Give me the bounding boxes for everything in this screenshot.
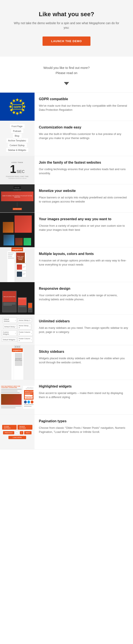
menu-item-podcast: Podcast › xyxy=(11,129,23,134)
speed-title: Join the family of the fastest websites xyxy=(39,160,129,165)
layouts-description: A massive set of design options provides… xyxy=(39,258,129,267)
menu-item-front-page: Front Page › xyxy=(10,124,25,129)
find-more-text: Would you like to find out more? Please … xyxy=(4,65,129,76)
feature-layouts: megaphone Start your podcast today! xyxy=(0,248,133,282)
speed-description: Our coding technology ensures that your … xyxy=(39,167,129,176)
pagination-description: Choose from classic "Older Posts / Newer… xyxy=(39,426,129,434)
page-num-2[interactable]: 2 xyxy=(20,431,23,434)
pingdom-label: PINGDOM PAGE LOAD TIME xyxy=(6,176,29,177)
pagination-title: Pagination types xyxy=(39,419,129,424)
sidebars-title: Unlimited sidebars xyxy=(39,319,129,324)
customization-description: We use the built-in WordPress customizer… xyxy=(39,132,129,140)
mobile-device xyxy=(28,303,32,312)
launch-demo-button[interactable]: LAUNCH THE DEMO xyxy=(42,36,90,46)
older-entries-btn[interactable]: OLDER ENTRIES xyxy=(2,425,16,430)
images-description: Choose from a variety of aspect ratios o… xyxy=(39,224,129,232)
images-feature-image xyxy=(0,213,34,247)
load-more-btn[interactable]: LOAD MORE xyxy=(8,436,26,439)
customization-feature-text: Customization made easy We use the built… xyxy=(34,121,133,145)
sidebars-description: Add as many sidebars as you need. Then a… xyxy=(39,326,129,334)
feature-widgets: FOR THE PERFECT SPOT FOR YOUR NEXT ADVEN… xyxy=(0,380,133,415)
rss-icon xyxy=(31,400,34,404)
sidebars-feature-text: Unlimited sidebars Add as many sidebars … xyxy=(34,315,133,338)
layouts-image: megaphone Start your podcast today! xyxy=(0,248,34,282)
facebook-icon xyxy=(24,400,27,404)
next-btn[interactable]: NEXT xyxy=(24,431,32,434)
hero-description: Why not take the demo website for a spin… xyxy=(13,21,120,30)
feature-customization: Front Page › Podcast › Blog › Archive Te… xyxy=(0,121,133,156)
image-thumb-1 xyxy=(3,222,14,233)
feature-images: Your images presented any way you want t… xyxy=(0,213,133,248)
monetize-description: Place banners or ad scripts into multipl… xyxy=(39,196,129,204)
menu-item-blog: Blog › xyxy=(13,134,22,138)
previous-btn[interactable]: PREVIOUS xyxy=(3,431,14,434)
responsive-image: Start your podcast today Start your podc… xyxy=(0,282,34,314)
browser-dot-2 xyxy=(17,346,18,347)
sticky-feature-text: Sticky sidebars Widgets placed inside st… xyxy=(34,345,133,369)
widgets-image: FOR THE PERFECT SPOT FOR YOUR NEXT ADVEN… xyxy=(0,380,34,414)
pingdom-sec: SEC xyxy=(16,170,24,174)
feature-sidebars: Default Sidebar ▾ Home Sticky 1 ▾ Defaul… xyxy=(0,315,133,345)
feature-speed: LESS THAN 1 SEC PINGDOM PAGE LOAD TIME *… xyxy=(0,156,133,184)
gdpr-feature-text: GDPR compatible We've made sure that our… xyxy=(34,92,133,116)
layouts-feature-text: Multiple layouts, colors and fonts A mas… xyxy=(34,248,133,271)
sticky-title: Sticky sidebars xyxy=(39,350,129,354)
browser-dot-3 xyxy=(18,346,20,347)
twitter-icon xyxy=(28,400,30,404)
feature-gdpr: GDPR GDPR compatible We've made sure tha… xyxy=(0,92,133,121)
svg-text:GDPR: GDPR xyxy=(14,106,21,108)
feature-pagination: OLDER ENTRIES NEWER ENTRIES PREVIOUS 1 2… xyxy=(0,415,133,450)
feature-monetize: BANNER AD HOW TO MAKE THE PERFECT PLAYLI… xyxy=(0,184,133,213)
sticky-description: Widgets placed inside sticky sidebars wi… xyxy=(39,356,129,365)
sticky-image: megaphone BANNER 300x250px xyxy=(0,345,34,380)
images-feature-text: Your images presented any way you want t… xyxy=(34,213,133,236)
gdpr-flag-icon: GDPR xyxy=(6,96,28,118)
gdpr-title: GDPR compatible xyxy=(39,97,129,102)
image-thumb-2 xyxy=(14,216,32,233)
hero-title: Like what you see? xyxy=(13,11,120,18)
hero-section: Like what you see? Why not take the demo… xyxy=(0,0,133,56)
pagination-feature-text: Pagination types Choose from classic "Ol… xyxy=(34,415,133,438)
pingdom-number: 1 xyxy=(10,164,16,175)
newer-entries-btn[interactable]: NEWER ENTRIES xyxy=(18,425,32,430)
menu-item-content: Content Styling › xyxy=(8,143,26,148)
responsive-title: Responsive design xyxy=(39,286,129,291)
monetize-title: Monetize your website xyxy=(39,189,129,193)
find-more-section: Would you like to find out more? Please … xyxy=(0,56,133,92)
image-thumb-3 xyxy=(4,235,14,246)
widgets-title: Highlighted widgets xyxy=(39,384,129,389)
banner-browser-bar xyxy=(14,186,21,189)
pingdom-sub: *Highlighted WordPress website xyxy=(8,178,26,179)
responsive-feature-text: Responsive design Your content will scal… xyxy=(34,282,133,306)
widgets-feature-text: Highlighted widgets Give accent to speci… xyxy=(34,380,133,404)
menu-item-sidebar: Sidebar & Widgets › xyxy=(6,148,28,153)
feature-sticky: megaphone BANNER 300x250px Sticky side xyxy=(0,345,133,380)
images-title: Your images presented any way you want t… xyxy=(39,217,129,222)
customization-image: Front Page › Podcast › Blog › Archive Te… xyxy=(0,121,34,156)
menu-item-archive: Archive Templates › xyxy=(6,138,28,143)
monetize-feature-text: Monetize your website Place banners or a… xyxy=(34,184,133,208)
scroll-down-arrow xyxy=(64,82,69,85)
layouts-title: Multiple layouts, colors and fonts xyxy=(39,252,129,256)
feature-responsive: Start your podcast today Start your podc… xyxy=(0,282,133,315)
speed-image: LESS THAN 1 SEC PINGDOM PAGE LOAD TIME *… xyxy=(0,156,34,184)
responsive-description: Your content will scale perfectly to sui… xyxy=(39,293,129,302)
speed-feature-text: Join the family of the fastest websites … xyxy=(34,156,133,180)
image-thumb-5 xyxy=(24,238,31,246)
widgets-description: Give accent to special widgets – make th… xyxy=(39,391,129,400)
gdpr-description: We've made sure that our themes are full… xyxy=(39,104,129,112)
image-thumb-4 xyxy=(15,238,23,246)
tablet-device: Start your podcast xyxy=(18,297,27,312)
page-num-1[interactable]: 1 xyxy=(15,431,19,434)
customization-title: Customization made easy xyxy=(39,125,129,130)
monetize-image: BANNER AD HOW TO MAKE THE PERFECT PLAYLI… xyxy=(0,184,34,212)
sidebars-image: Default Sidebar ▾ Home Sticky 1 ▾ Defaul… xyxy=(0,315,34,345)
pagination-image: OLDER ENTRIES NEWER ENTRIES PREVIOUS 1 2… xyxy=(0,415,34,449)
gdpr-image: GDPR xyxy=(0,92,34,121)
browser-dot-1 xyxy=(15,346,16,347)
desktop-device: Start your podcast today xyxy=(2,291,16,312)
